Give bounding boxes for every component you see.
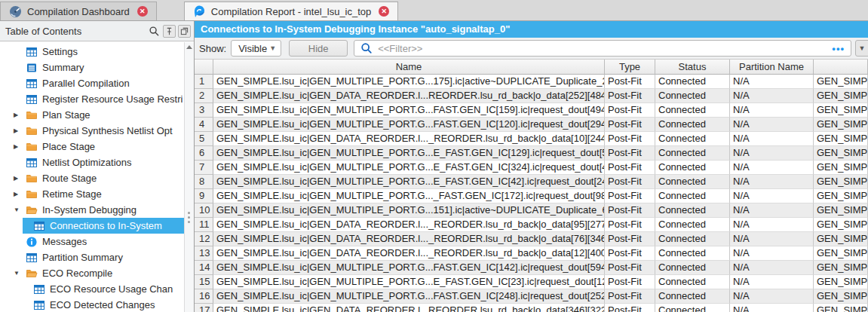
collapse-arrow-icon[interactable]: ▼ [14, 206, 26, 213]
table-row[interactable]: 9GEN_SIMPLE.lsu_ic|GEN_MULTIPLE_PORT.G..… [195, 189, 868, 203]
row-number-cell[interactable]: 11 [195, 218, 213, 232]
extra-cell[interactable]: GEN_SIMPL [814, 146, 868, 161]
name-cell[interactable]: GEN_SIMPLE.lsu_ic|GEN_MULTIPLE_PORT.G...… [213, 189, 605, 203]
column-header-name[interactable]: Name [213, 60, 605, 75]
expand-arrow-icon[interactable]: ▶ [14, 143, 26, 150]
table-row[interactable]: 6GEN_SIMPLE.lsu_ic|GEN_MULTIPLE_PORT.G..… [195, 146, 868, 161]
extra-cell[interactable]: GEN_SIMPL [814, 289, 868, 304]
expand-arrow-icon[interactable]: ▶ [14, 191, 26, 197]
type-cell[interactable]: Post-Fit [605, 275, 655, 289]
table-row[interactable]: 4GEN_SIMPLE.lsu_ic|GEN_MULTIPLE_PORT.G..… [195, 118, 868, 132]
row-number-cell[interactable]: 4 [195, 118, 213, 132]
type-cell[interactable]: Post-Fit [605, 75, 655, 89]
partition-cell[interactable]: N/A [730, 275, 814, 289]
name-cell[interactable]: GEN_SIMPLE.lsu_ic|GEN_DATA_REORDER.l...R… [213, 89, 605, 103]
name-cell[interactable]: GEN_SIMPLE.lsu_ic|GEN_MULTIPLE_PORT.G...… [213, 203, 605, 218]
scroll-up-arrow-icon[interactable] [186, 45, 192, 49]
extra-cell[interactable]: GEN_SIMPL [814, 132, 868, 146]
type-cell[interactable]: Post-Fit [605, 189, 655, 203]
status-cell[interactable]: Connected [655, 75, 730, 89]
type-cell[interactable]: Post-Fit [605, 118, 655, 132]
extra-cell[interactable]: GEN_SIMPL [814, 118, 868, 132]
extra-cell[interactable]: GEN_SIMPL [814, 189, 868, 203]
type-cell[interactable]: Post-Fit [605, 146, 655, 161]
sidebar-scrollbar[interactable] [184, 42, 194, 312]
type-cell[interactable]: Post-Fit [605, 218, 655, 232]
status-cell[interactable]: Connected [655, 218, 730, 232]
sidebar-item-connections-to-in-system[interactable]: Connections to In-System [0, 218, 184, 234]
partition-cell[interactable]: N/A [730, 89, 814, 103]
partition-cell[interactable]: N/A [730, 118, 814, 132]
filter-options-button[interactable]: ••• [832, 43, 845, 54]
splitter-handle[interactable] [188, 210, 190, 225]
type-cell[interactable]: Post-Fit [605, 304, 655, 312]
row-number-cell[interactable]: 14 [195, 261, 213, 275]
column-header-type[interactable]: Type [605, 60, 655, 75]
row-number-cell[interactable]: 16 [195, 289, 213, 304]
partition-cell[interactable]: N/A [730, 175, 814, 189]
status-cell[interactable]: Connected [655, 118, 730, 132]
status-cell[interactable]: Connected [655, 246, 730, 261]
partition-cell[interactable]: N/A [730, 161, 814, 175]
name-cell[interactable]: GEN_SIMPLE.lsu_ic|GEN_DATA_REORDER.l..._… [213, 132, 605, 146]
table-row[interactable]: 2GEN_SIMPLE.lsu_ic|GEN_DATA_REORDER.l...… [195, 89, 868, 103]
name-cell[interactable]: GEN_SIMPLE.lsu_ic|GEN_MULTIPLE_PORT.G...… [213, 103, 605, 118]
name-cell[interactable]: GEN_SIMPLE.lsu_ic|GEN_DATA_REORDER.l...R… [213, 304, 605, 312]
partition-cell[interactable]: N/A [730, 132, 814, 146]
name-cell[interactable]: GEN_SIMPLE.lsu_ic|GEN_MULTIPLE_PORT.G...… [213, 175, 605, 189]
extra-cell[interactable]: GEN_SIMPL [814, 103, 868, 118]
table-row[interactable]: 12GEN_SIMPLE.lsu_ic|GEN_DATA_REORDER.l..… [195, 232, 868, 246]
sidebar-item-place-stage[interactable]: ▶Place Stage [0, 139, 184, 154]
type-cell[interactable]: Post-Fit [605, 203, 655, 218]
extra-cell[interactable]: GEN_SIMPL [814, 261, 868, 275]
type-cell[interactable]: Post-Fit [605, 289, 655, 304]
name-cell[interactable]: GEN_SIMPLE.lsu_ic|GEN_DATA_REORDER.l..._… [213, 218, 605, 232]
show-dropdown[interactable]: Visible ▼ [231, 40, 281, 57]
sidebar-item-messages[interactable]: Messages [0, 234, 184, 249]
sidebar-item-eco-recompile[interactable]: ▼ECO Recompile [0, 265, 184, 281]
extra-cell[interactable]: GEN_SIMPL [814, 161, 868, 175]
sidebar-item-partition-summary[interactable]: Partition Summary [0, 249, 184, 265]
type-cell[interactable]: Post-Fit [605, 89, 655, 103]
type-cell[interactable]: Post-Fit [605, 246, 655, 261]
partition-cell[interactable]: N/A [730, 203, 814, 218]
close-tab-icon[interactable]: ✕ [137, 6, 148, 17]
status-cell[interactable]: Connected [655, 203, 730, 218]
column-header-status[interactable]: Status [655, 60, 730, 75]
sidebar-item-netlist-optimizations[interactable]: Netlist Optimizations [0, 154, 184, 170]
table-row[interactable]: 13GEN_SIMPLE.lsu_ic|GEN_DATA_REORDER.l..… [195, 246, 868, 261]
type-cell[interactable]: Post-Fit [605, 232, 655, 246]
extra-cell[interactable]: GEN_SIMPL [814, 175, 868, 189]
row-number-cell[interactable]: 1 [195, 75, 213, 89]
sidebar-item-retime-stage[interactable]: ▶Retime Stage [0, 186, 184, 202]
table-row[interactable]: 10GEN_SIMPLE.lsu_ic|GEN_MULTIPLE_PORT.G.… [195, 203, 868, 218]
extra-cell[interactable]: GEN_SIMPL [814, 75, 868, 89]
name-cell[interactable]: GEN_SIMPLE.lsu_ic|GEN_DATA_REORDER.l..._… [213, 232, 605, 246]
status-cell[interactable]: Connected [655, 132, 730, 146]
name-cell[interactable]: GEN_SIMPLE.lsu_ic|GEN_MULTIPLE_PORT.G...… [213, 146, 605, 161]
row-number-cell[interactable]: 9 [195, 189, 213, 203]
table-row[interactable]: 17GEN_SIMPLE.lsu_ic|GEN_DATA_REORDER.l..… [195, 304, 868, 312]
name-cell[interactable]: GEN_SIMPLE.lsu_ic|GEN_MULTIPLE_PORT.G...… [213, 275, 605, 289]
expand-arrow-icon[interactable]: ▶ [14, 112, 26, 118]
type-cell[interactable]: Post-Fit [605, 161, 655, 175]
status-cell[interactable]: Connected [655, 232, 730, 246]
status-cell[interactable]: Connected [655, 89, 730, 103]
expand-arrow-icon[interactable]: ▶ [14, 127, 26, 134]
status-cell[interactable]: Connected [655, 146, 730, 161]
column-header-extra[interactable] [814, 60, 868, 75]
column-header-partition-name[interactable]: Partition Name [730, 60, 814, 75]
partition-cell[interactable]: N/A [730, 246, 814, 261]
search-icon[interactable] [147, 24, 161, 38]
type-cell[interactable]: Post-Fit [605, 261, 655, 275]
table-row[interactable]: 14GEN_SIMPLE.lsu_ic|GEN_MULTIPLE_PORT.G.… [195, 261, 868, 275]
extra-cell[interactable]: GEN_SIMPL [814, 275, 868, 289]
sidebar-item-settings[interactable]: Settings [0, 44, 184, 60]
name-cell[interactable]: GEN_SIMPLE.lsu_ic|GEN_MULTIPLE_PORT.G...… [213, 161, 605, 175]
table-row[interactable]: 1GEN_SIMPLE.lsu_ic|GEN_MULTIPLE_PORT.G..… [195, 75, 868, 89]
status-cell[interactable]: Connected [655, 161, 730, 175]
table-row[interactable]: 7GEN_SIMPLE.lsu_ic|GEN_MULTIPLE_PORT.G..… [195, 161, 868, 175]
table-row[interactable]: 5GEN_SIMPLE.lsu_ic|GEN_DATA_REORDER.l...… [195, 132, 868, 146]
partition-cell[interactable]: N/A [730, 146, 814, 161]
sidebar-item-eco-resource-usage-chan[interactable]: ECO Resource Usage Chan [0, 281, 184, 297]
